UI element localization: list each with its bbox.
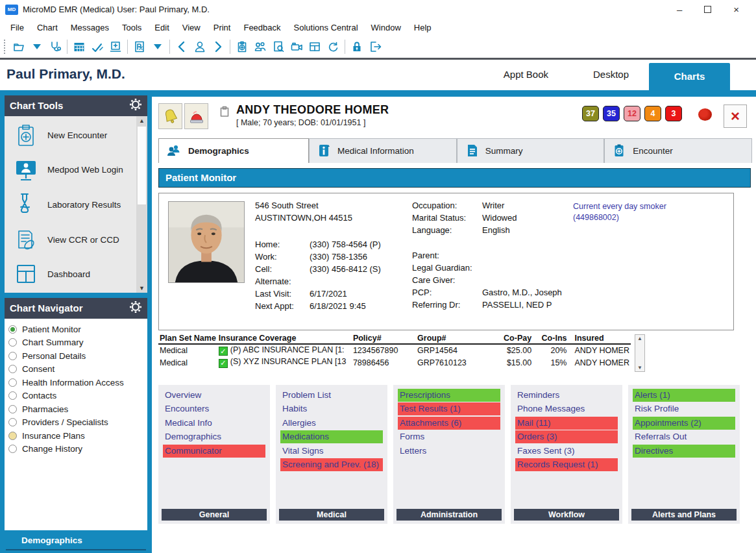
insurance-row[interactable]: Medical ✓(P) ABC INSURANCE PLAN [1: 1234… (158, 344, 631, 357)
link-allergies[interactable]: Allergies (280, 417, 383, 430)
radio-icon[interactable] (8, 378, 17, 387)
link-risk-profile[interactable]: Risk Profile (633, 402, 735, 415)
radio-icon[interactable] (8, 418, 17, 426)
tab-desktop[interactable]: Desktop (593, 69, 629, 80)
red-flag-icon[interactable] (698, 108, 712, 121)
tab-charts[interactable]: Charts (649, 63, 730, 90)
link-records-request[interactable]: Records Request (1) (515, 458, 618, 471)
previous-patient-icon[interactable] (173, 38, 191, 55)
nav-consent[interactable]: Consent (8, 362, 145, 376)
tool-new-encounter[interactable]: New Encounter (14, 123, 133, 149)
radio-icon[interactable] (8, 338, 17, 347)
insurance-scrollbar[interactable]: ▲ ▼ (635, 334, 645, 372)
encounter-clipboard-icon[interactable] (233, 38, 251, 55)
radio-icon[interactable] (8, 405, 17, 413)
link-phone-messages[interactable]: Phone Messages (515, 402, 618, 415)
calendar-icon[interactable] (70, 38, 88, 55)
menu-view[interactable]: View (176, 20, 207, 35)
tool-dashboard[interactable]: Dashboard (14, 262, 133, 288)
tool-laboratory-results[interactable]: Laboratory Results (14, 191, 133, 219)
dropdown-arrow-icon[interactable] (149, 38, 167, 55)
prescription-icon[interactable] (130, 38, 149, 55)
chart-tools-scrollbar[interactable]: ▲ ▼ (136, 116, 147, 293)
radio-selected-icon[interactable] (8, 325, 17, 334)
badge-orange[interactable]: 4 (644, 106, 661, 121)
dropdown-arrow-icon[interactable] (28, 38, 46, 55)
menu-messages[interactable]: Messages (64, 20, 116, 35)
dashboard-icon[interactable] (306, 38, 324, 55)
badge-olive[interactable]: 37 (582, 106, 599, 121)
link-medical-info[interactable]: Medical Info (163, 417, 265, 430)
link-test-results[interactable]: Test Results (1) (398, 402, 500, 415)
sign-note-icon[interactable] (88, 38, 106, 55)
gear-icon[interactable] (129, 301, 142, 315)
link-communicator[interactable]: Communicator (163, 445, 265, 458)
tab-encounter[interactable]: Encounter (604, 138, 752, 163)
refresh-messages-icon[interactable] (324, 38, 342, 55)
link-overview[interactable]: Overview (163, 389, 265, 402)
radio-icon[interactable] (8, 352, 17, 360)
scroll-up-icon[interactable]: ▲ (637, 336, 642, 341)
close-chart-button[interactable]: × (724, 104, 747, 128)
nav-providers-specialists[interactable]: Providers / Specialists (8, 415, 145, 429)
menu-solutions-central[interactable]: Solutions Central (287, 20, 365, 35)
tab-summary[interactable]: Summary (457, 138, 605, 163)
maximize-button[interactable] (704, 6, 711, 13)
link-faxes-sent[interactable]: Faxes Sent (3) (515, 445, 618, 458)
tab-demographics[interactable]: Demographics (158, 138, 309, 163)
link-directives[interactable]: Directives (633, 445, 735, 458)
link-prescriptions[interactable]: Prescriptions (398, 389, 500, 402)
siren-alert-button[interactable] (184, 103, 208, 129)
nav-health-information-access[interactable]: Health Information Access (8, 376, 145, 389)
scroll-up-icon[interactable]: ▲ (139, 116, 145, 125)
nav-change-history[interactable]: Change History (8, 442, 145, 456)
link-appointments[interactable]: Appointments (2) (633, 417, 735, 430)
lock-icon[interactable] (348, 38, 366, 55)
link-habits[interactable]: Habits (280, 402, 383, 415)
menu-file[interactable]: File (4, 20, 30, 35)
tab-medical-information[interactable]: Medical Information (309, 138, 457, 163)
link-forms[interactable]: Forms (398, 430, 500, 443)
patient-icon[interactable] (191, 38, 209, 55)
stethoscope-icon[interactable] (46, 38, 64, 55)
radio-flagged-icon[interactable] (8, 432, 17, 440)
insurance-row[interactable]: Medical ✓(S) XYZ INSURANCE PLAN [13 7898… (158, 356, 631, 369)
radio-icon[interactable] (8, 365, 17, 373)
minimize-button[interactable]: – (677, 5, 682, 14)
menu-window[interactable]: Window (365, 20, 408, 35)
patient-group-icon[interactable] (251, 38, 269, 55)
bell-alert-button[interactable] (158, 103, 182, 129)
nav-chart-summary[interactable]: Chart Summary (8, 336, 145, 349)
link-encounters[interactable]: Encounters (163, 402, 265, 415)
menu-edit[interactable]: Edit (148, 20, 175, 35)
nav-contacts[interactable]: Contacts (8, 389, 145, 402)
link-orders[interactable]: Orders (3) (515, 430, 618, 443)
link-vital-signs[interactable]: Vital Signs (280, 445, 383, 458)
next-patient-icon[interactable] (209, 38, 227, 55)
copy-demographics-icon[interactable] (219, 106, 230, 120)
radio-icon[interactable] (8, 391, 17, 400)
nav-personal-details[interactable]: Personal Details (8, 349, 145, 363)
menu-tools[interactable]: Tools (116, 20, 148, 35)
badge-blue[interactable]: 35 (603, 106, 620, 121)
link-demographics[interactable]: Demographics (163, 430, 265, 443)
link-screening-prev[interactable]: Screening and Prev. (18) (280, 458, 383, 471)
link-mail[interactable]: Mail (11) (515, 417, 618, 430)
menu-help[interactable]: Help (408, 20, 438, 35)
badge-pink[interactable]: 12 (624, 106, 640, 121)
link-alerts[interactable]: Alerts (1) (633, 389, 735, 402)
nav-patient-monitor[interactable]: Patient Monitor (8, 323, 145, 336)
menu-chart[interactable]: Chart (30, 20, 64, 35)
link-attachments[interactable]: Attachments (6) (398, 417, 500, 430)
chart-search-icon[interactable] (269, 38, 287, 55)
menu-print[interactable]: Print (207, 20, 238, 35)
close-button[interactable]: × (733, 5, 739, 14)
scroll-down-icon[interactable]: ▼ (637, 365, 642, 371)
nav-pharmacies[interactable]: Pharmacies (8, 402, 145, 416)
link-reminders[interactable]: Reminders (515, 389, 618, 402)
scroll-thumb[interactable] (138, 127, 146, 204)
tool-medpod-web-login[interactable]: Medpod Web Login (14, 157, 133, 183)
open-chart-icon[interactable] (10, 38, 28, 55)
smoking-status-link[interactable]: Current every day smoker (449868002) (573, 201, 742, 224)
tab-appt-book[interactable]: Appt Book (504, 69, 548, 80)
